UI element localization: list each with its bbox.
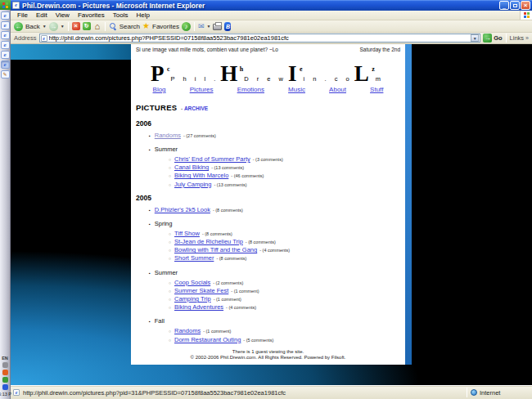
nav-link-about[interactable]: About <box>329 86 346 93</box>
ie-page-icon: e <box>13 389 20 396</box>
page-background-band <box>11 44 131 60</box>
taskbar-button-ie[interactable]: e <box>1 61 10 69</box>
guest-count-text: There is 1 guest viewing the site. <box>136 349 400 356</box>
list-subitem: ○Randoms- (1 comment) <box>169 327 400 335</box>
back-icon[interactable]: ← <box>14 22 23 31</box>
section-title: PICTURES - ARCHIVE <box>136 99 400 114</box>
gallery-link[interactable]: D.Phizler's 2k5 Look <box>155 206 210 213</box>
menu-view[interactable]: View <box>52 11 74 19</box>
forward-icon[interactable]: → <box>49 22 58 31</box>
media-icon[interactable]: ♪ <box>182 22 191 31</box>
year-heading: 2006 <box>136 119 400 128</box>
refresh-icon[interactable]: ↻ <box>83 22 91 30</box>
taskbar-button-ie[interactable]: e <box>1 51 10 59</box>
taskbar-button-ie[interactable]: e <box>1 31 10 39</box>
menu-tools[interactable]: Tools <box>109 11 133 19</box>
circle-bullet-icon: ○ <box>169 173 171 180</box>
internet-zone-label: Internet <box>480 389 500 397</box>
nav-link-music[interactable]: Music <box>288 86 305 93</box>
gallery-link[interactable]: Short Summer <box>174 254 214 262</box>
page-tagline: Si une image vaut mille mots, combien va… <box>136 47 278 52</box>
address-label: Address <box>14 34 37 42</box>
go-label: Go <box>494 34 502 42</box>
tray-icon-green[interactable] <box>2 377 8 383</box>
nav-link-blog[interactable]: Blog <box>153 86 166 93</box>
language-indicator[interactable]: EN <box>2 356 8 361</box>
gallery-link[interactable]: St-Jean de Richelieu Trip <box>174 238 243 245</box>
gallery-link[interactable]: Coop Socials <box>174 279 210 286</box>
logo-small-letters: i n . c o <box>304 75 353 83</box>
taskbar-button-ie[interactable]: e <box>1 11 10 20</box>
tray-icon-orange[interactable] <box>2 370 8 375</box>
tray-icon-gray[interactable] <box>2 362 8 368</box>
home-icon[interactable]: ⌂ <box>93 22 101 30</box>
print-icon[interactable] <box>213 24 222 30</box>
list-item: ▪Fall <box>149 317 400 325</box>
logo-big-letter: Ie <box>288 64 302 83</box>
ie-page-icon: e <box>12 2 20 9</box>
forward-dropdown-icon[interactable]: ▼ <box>61 24 65 29</box>
browser-viewport: Si une image vaut mille mots, combien va… <box>11 44 532 385</box>
gallery-link[interactable]: July Camping <box>174 181 211 188</box>
back-label[interactable]: Back <box>25 23 40 30</box>
comment-count: - (5 comments) <box>243 337 273 344</box>
gallery-link[interactable]: Randoms <box>174 327 201 334</box>
menu-favorites[interactable]: Favorites <box>74 11 109 19</box>
menu-edit[interactable]: Edit <box>32 11 52 19</box>
square-bullet-icon: ▪ <box>149 146 151 154</box>
window-title: Phil.Drewin.com - Pictures - Microsoft I… <box>22 2 498 10</box>
address-input[interactable]: e http://phil.drewin.com/pictures.php?PH… <box>39 34 481 43</box>
gallery-link[interactable]: Summer Skate Fest <box>174 287 228 294</box>
restore-button[interactable] <box>510 1 520 10</box>
menu-help[interactable]: Help <box>132 11 153 19</box>
close-button[interactable]: × <box>521 1 530 10</box>
circle-bullet-icon: ○ <box>169 239 171 246</box>
comment-count: - (4 comments) <box>226 304 256 312</box>
gallery-link[interactable]: Bowling with Tiff and the Gang <box>174 246 257 253</box>
site-logo: PcP h i l .HhD r e wIei n . c oLzm <box>139 54 397 83</box>
bluetooth-icon[interactable]: B <box>224 22 231 31</box>
gallery-link[interactable]: Tiff Show <box>174 230 200 237</box>
search-icon[interactable] <box>109 22 117 30</box>
gallery-link[interactable]: Dorm Restaurant Outing <box>174 336 241 343</box>
links-menu[interactable]: Links » <box>510 34 529 42</box>
nav-link-emotions[interactable]: Emotions <box>237 86 264 93</box>
nav-link-pictures[interactable]: Pictures <box>190 86 214 93</box>
search-label[interactable]: Search <box>119 23 140 30</box>
favorites-icon[interactable]: ★ <box>142 22 150 30</box>
gallery-link[interactable]: Biking With Marcelo <box>174 172 228 179</box>
go-button[interactable]: → Go <box>483 34 502 43</box>
list-item: ▪Summer <box>149 146 400 154</box>
gallery-link[interactable]: Biking Adventures <box>174 303 223 311</box>
gallery-link[interactable]: Randoms <box>155 132 181 139</box>
gallery-link[interactable]: Camping Trip <box>174 295 211 303</box>
start-button[interactable] <box>0 0 11 10</box>
chevron-right-icon: » <box>525 35 529 41</box>
menu-file[interactable]: File <box>13 11 32 19</box>
mail-icon[interactable]: ✉ <box>198 22 205 30</box>
back-dropdown-icon[interactable]: ▼ <box>43 24 47 29</box>
tray-icon-blue[interactable] <box>2 384 8 390</box>
favorites-label[interactable]: Favorites <box>152 23 179 30</box>
archive-link[interactable]: ARCHIVE <box>184 105 208 111</box>
circle-bullet-icon: ○ <box>169 247 171 254</box>
windows-flag-icon <box>2 2 8 8</box>
stop-icon[interactable]: × <box>72 22 80 30</box>
circle-bullet-icon: ○ <box>169 296 171 303</box>
taskbar-button-ie[interactable]: e <box>1 41 10 49</box>
gallery-link[interactable]: Canal Biking <box>174 164 209 171</box>
titlebar: e Phil.Drewin.com - Pictures - Microsoft… <box>11 0 532 11</box>
taskbar-button-ie[interactable]: e <box>1 21 10 29</box>
taskbar-button-editor[interactable]: ✎ <box>1 70 10 78</box>
gallery-link[interactable]: Chris' End of Summer Party <box>174 155 250 163</box>
mail-dropdown-icon[interactable]: ▼ <box>206 24 210 29</box>
circle-bullet-icon: ○ <box>169 337 171 344</box>
nav-link-stuff[interactable]: Stuff <box>370 86 383 93</box>
list-subitem: ○Biking With Marcelo- (46 comments) <box>169 172 400 180</box>
ie-page-icon: e <box>41 35 47 42</box>
minimize-button[interactable]: _ <box>499 1 509 10</box>
logo-sup-letter: h <box>240 60 243 79</box>
comment-count: - (46 comments) <box>231 173 264 180</box>
address-dropdown-icon[interactable]: ▼ <box>471 34 479 42</box>
list-subitem: ○St-Jean de Richelieu Trip- (8 comments) <box>169 238 400 246</box>
